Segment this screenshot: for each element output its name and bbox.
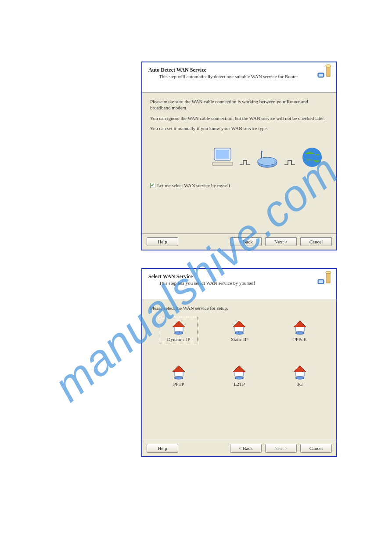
house-icon xyxy=(231,319,247,335)
svg-point-20 xyxy=(235,377,244,379)
service-label: PPPoE xyxy=(282,337,317,342)
help-button[interactable]: Help xyxy=(147,237,178,246)
service-pptp[interactable]: PPTP xyxy=(160,362,198,389)
dialog-title: Auto Detect WAN Service xyxy=(148,67,330,73)
globe-icon xyxy=(300,145,324,169)
dialog-subtitle: This step lets you select WAN service by… xyxy=(159,280,330,286)
service-label: 3G xyxy=(282,381,317,387)
house-icon xyxy=(292,364,308,380)
svg-rect-5 xyxy=(216,150,229,159)
service-label: L2TP xyxy=(222,381,257,387)
service-label: Static IP xyxy=(222,337,257,342)
service-dynamic-ip[interactable]: Dynamic IP xyxy=(160,317,198,344)
connector-icon xyxy=(284,152,295,169)
cancel-button[interactable]: Cancel xyxy=(300,444,332,453)
svg-point-11 xyxy=(302,148,322,167)
house-icon xyxy=(171,319,187,335)
dialog-body: Please select the WAN service for setup.… xyxy=(142,299,336,428)
next-button[interactable]: Next > xyxy=(265,237,297,246)
select-prompt: Please select the WAN service for setup. xyxy=(150,305,328,312)
service-static-ip[interactable]: Static IP xyxy=(220,317,258,344)
next-button[interactable]: Next > xyxy=(265,444,297,453)
wizard-header-icon xyxy=(315,271,333,288)
service-label: Dynamic IP xyxy=(161,337,196,342)
body-text-2: You can ignore the WAN cable connection,… xyxy=(150,116,328,122)
dialog-body: Please make sure the WAN cable connectio… xyxy=(142,93,336,222)
svg-point-3 xyxy=(326,65,331,67)
body-text-1: Please make sure the WAN cable connectio… xyxy=(150,99,328,111)
house-icon xyxy=(231,364,247,380)
svg-point-15 xyxy=(326,271,331,274)
house-icon xyxy=(292,319,308,335)
dialog-footer: Help < Back Next > Cancel xyxy=(142,440,336,456)
svg-rect-13 xyxy=(319,280,323,283)
router-icon xyxy=(255,150,279,169)
back-button[interactable]: < Back xyxy=(230,444,262,453)
auto-detect-wan-dialog: Auto Detect WAN Service This step will a… xyxy=(141,62,337,250)
select-wan-service-dialog: Select WAN Service This step lets you se… xyxy=(141,268,337,457)
manual-select-checkbox[interactable] xyxy=(150,183,155,188)
cancel-button[interactable]: Cancel xyxy=(300,237,332,246)
dialog-subtitle: This step will automatically detect one … xyxy=(159,74,330,79)
svg-rect-14 xyxy=(327,273,330,283)
svg-point-10 xyxy=(258,157,277,165)
service-l2tp[interactable]: L2TP xyxy=(220,362,258,389)
help-button[interactable]: Help xyxy=(147,444,178,453)
svg-point-21 xyxy=(295,377,304,379)
service-label: PPTP xyxy=(161,381,196,387)
svg-rect-2 xyxy=(327,67,330,76)
svg-rect-1 xyxy=(319,74,323,76)
svg-point-18 xyxy=(295,332,304,334)
dialog-footer: Help < Back Next > Cancel xyxy=(142,233,336,250)
svg-rect-6 xyxy=(212,162,233,166)
computer-icon xyxy=(211,145,234,169)
svg-point-17 xyxy=(235,332,244,334)
dialog-header: Select WAN Service This step lets you se… xyxy=(142,269,336,299)
wizard-header-icon xyxy=(315,64,333,82)
svg-point-19 xyxy=(174,377,183,379)
connection-diagram xyxy=(211,145,324,169)
dialog-title: Select WAN Service xyxy=(148,273,330,280)
service-icon-grid: Dynamic IP Static IP P xyxy=(160,317,319,406)
back-button[interactable]: < Back xyxy=(230,237,262,246)
connector-icon xyxy=(240,152,250,169)
service-pppoe[interactable]: PPPoE xyxy=(281,317,319,344)
house-icon xyxy=(171,364,187,380)
body-text-3: You can set it manually if you know your… xyxy=(150,126,328,132)
svg-point-8 xyxy=(261,151,263,152)
dialog-header: Auto Detect WAN Service This step will a… xyxy=(142,62,336,93)
svg-point-16 xyxy=(174,332,183,334)
service-3g[interactable]: 3G xyxy=(281,362,319,389)
manual-select-label: Let me select WAN service by myself xyxy=(157,183,230,188)
manual-select-checkbox-row[interactable]: Let me select WAN service by myself xyxy=(150,183,230,188)
